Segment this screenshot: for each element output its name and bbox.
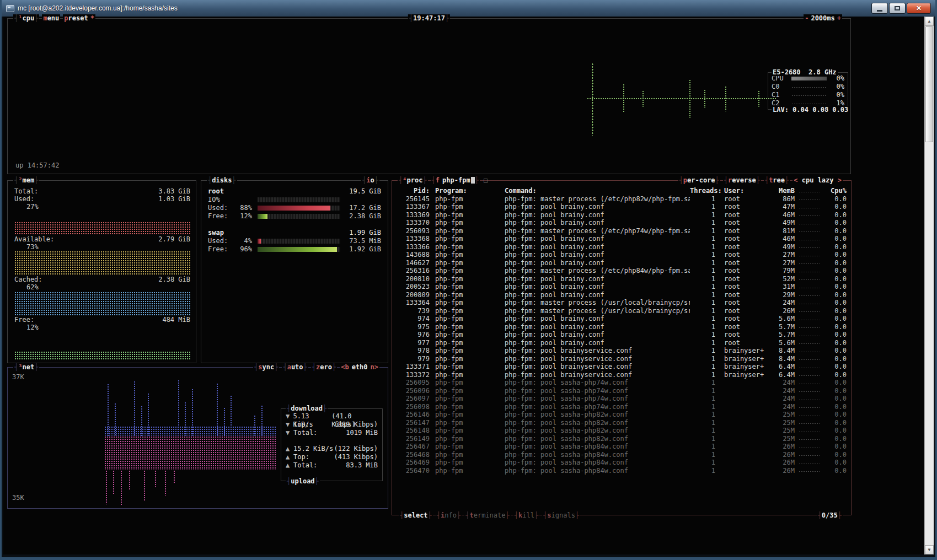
filter-input[interactable]: ┤fphp-fpm├ bbox=[431, 176, 480, 184]
process-row[interactable]: 256149 php-fpm php-fpm: pool sasha-php82… bbox=[397, 435, 848, 443]
process-memgraph bbox=[795, 267, 823, 275]
proc-option-button[interactable]: ┤tree├ bbox=[764, 176, 790, 184]
process-program: php-fpm bbox=[430, 451, 501, 459]
process-row[interactable]: 256316 php-fpm php-fpm: master process (… bbox=[397, 267, 848, 275]
disk-free-row: Free: 12% 2.38 GiB bbox=[208, 212, 381, 220]
proc-footer-button[interactable]: ┤select├ bbox=[399, 511, 433, 519]
process-row[interactable]: 143688 php-fpm php-fpm: pool brainy.conf… bbox=[397, 251, 848, 259]
titlebar[interactable]: mc [root@a202.itdeveloper.com.ua]:/home/… bbox=[2, 0, 935, 17]
process-row[interactable]: 133369 php-fpm php-fpm: pool brainy.conf… bbox=[397, 211, 848, 219]
process-memgraph bbox=[795, 331, 823, 339]
process-row[interactable]: 133367 php-fpm php-fpm: pool brainy.conf… bbox=[397, 203, 848, 211]
header-user[interactable]: User: bbox=[715, 187, 770, 195]
process-row[interactable]: 200523 php-fpm php-fpm: pool brainy.conf… bbox=[397, 283, 848, 291]
minimize-button[interactable] bbox=[871, 3, 888, 14]
process-row[interactable]: 256095 php-fpm php-fpm: pool sasha-php74… bbox=[397, 379, 848, 387]
process-pid: 256469 bbox=[397, 459, 430, 467]
process-table-header[interactable]: Pid: Program: Command: Threads: User: Me… bbox=[397, 187, 848, 195]
download-graph-spike bbox=[114, 403, 116, 436]
net-toggle-button[interactable]: ┤auto├ bbox=[282, 363, 308, 371]
process-row[interactable]: 133364 php-fpm php-fpm: master process (… bbox=[397, 299, 848, 307]
header-command[interactable]: Command: bbox=[501, 187, 690, 195]
process-row[interactable]: 256470 php-fpm php-fpm: pool sasha-php84… bbox=[397, 467, 848, 475]
io-toggle-button[interactable]: ┤io├ bbox=[361, 176, 379, 184]
memory-box-title[interactable]: ┤²mem├ bbox=[13, 176, 39, 184]
header-cpu[interactable]: Cpu% bbox=[823, 187, 848, 195]
process-row[interactable]: 977 php-fpm php-fpm: pool brainy.conf 1 … bbox=[397, 339, 848, 347]
header-pid[interactable]: Pid: bbox=[397, 187, 430, 195]
process-cpu: 0.0 bbox=[823, 211, 848, 219]
scroll-down-button[interactable]: ▼ bbox=[925, 545, 934, 554]
process-memgraph bbox=[795, 387, 823, 395]
process-user bbox=[715, 387, 770, 395]
process-row[interactable]: 976 php-fpm php-fpm: pool brainy.conf 1 … bbox=[397, 331, 848, 339]
process-row[interactable]: 256093 php-fpm php-fpm: master process (… bbox=[397, 227, 848, 235]
proc-option-button[interactable]: ┤per-core├ bbox=[678, 176, 720, 184]
net-toggle-button[interactable]: ┤sync├ bbox=[253, 363, 279, 371]
process-row[interactable]: 256467 php-fpm php-fpm: pool sasha-php84… bbox=[397, 443, 848, 451]
process-row[interactable]: 256146 php-fpm php-fpm: pool sasha-php82… bbox=[397, 411, 848, 419]
upload-arrow-icon: ▲ bbox=[286, 461, 293, 470]
proc-option-label: ree bbox=[773, 176, 785, 184]
process-row[interactable]: 256148 php-fpm php-fpm: pool sasha-php82… bbox=[397, 427, 848, 435]
header-threads[interactable]: Threads: bbox=[690, 187, 715, 195]
process-program: php-fpm bbox=[430, 459, 501, 467]
bracket: ├ bbox=[34, 14, 38, 22]
process-row[interactable]: 256097 php-fpm php-fpm: pool sasha-php74… bbox=[397, 395, 848, 403]
process-row[interactable]: 133371 php-fpm php-fpm: pool brainyservi… bbox=[397, 363, 848, 371]
interval-plus-button[interactable]: + bbox=[837, 14, 841, 22]
process-row[interactable]: 133366 php-fpm php-fpm: pool brainy.conf… bbox=[397, 243, 848, 251]
proc-footer-button[interactable]: ┤signals├ bbox=[542, 511, 580, 519]
close-button[interactable]: ✕ bbox=[907, 3, 931, 14]
filter-clear-icon[interactable]: □ bbox=[484, 176, 488, 184]
net-device-next-button[interactable]: n> bbox=[371, 363, 378, 371]
cpu-box-title[interactable]: ┤¹cpu├ bbox=[13, 14, 39, 22]
process-row[interactable]: 133370 php-fpm php-fpm: pool brainy.conf… bbox=[397, 219, 848, 227]
process-row[interactable]: 133372 php-fpm php-fpm: pool brainyservi… bbox=[397, 371, 848, 379]
header-memb[interactable]: MemB bbox=[770, 187, 795, 195]
process-row[interactable]: 256468 php-fpm php-fpm: pool sasha-php84… bbox=[397, 451, 848, 459]
process-row[interactable]: 200809 php-fpm php-fpm: pool brainy.conf… bbox=[397, 291, 848, 299]
network-box-title[interactable]: ┤³net├ bbox=[13, 363, 39, 371]
process-pid: 133372 bbox=[397, 371, 430, 379]
process-cpu: 0.0 bbox=[823, 243, 848, 251]
proc-footer-button[interactable]: ┤info├ bbox=[436, 511, 462, 519]
process-threads: 1 bbox=[690, 299, 715, 307]
sort-prev-button[interactable]: < bbox=[794, 176, 797, 184]
filter-text: php-fpm bbox=[442, 176, 470, 184]
process-row[interactable]: 979 php-fpm php-fpm: pool brainyservice.… bbox=[397, 355, 848, 363]
process-row[interactable]: 256145 php-fpm php-fpm: master process (… bbox=[397, 195, 848, 203]
sort-next-button[interactable]: > bbox=[838, 176, 842, 184]
net-toggle-button[interactable]: ┤zero├ bbox=[311, 363, 337, 371]
proc-footer-button[interactable]: ┤kill├ bbox=[513, 511, 539, 519]
disk-free-meter bbox=[258, 214, 340, 219]
process-row[interactable]: 974 php-fpm php-fpm: pool brainy.conf 1 … bbox=[397, 315, 848, 323]
process-row[interactable]: 146627 php-fpm php-fpm: pool brainy.conf… bbox=[397, 259, 848, 267]
interval-minus-button[interactable]: - bbox=[805, 14, 809, 22]
mem-title-label: mem bbox=[22, 176, 34, 184]
scroll-thumb[interactable] bbox=[925, 26, 933, 142]
scroll-up-button[interactable]: ▲ bbox=[925, 17, 934, 26]
menu-button[interactable]: menu bbox=[42, 14, 60, 22]
process-row[interactable]: 133368 php-fpm php-fpm: pool brainy.conf… bbox=[397, 235, 848, 243]
process-row[interactable]: 256147 php-fpm php-fpm: pool sasha-php82… bbox=[397, 419, 848, 427]
process-box-title[interactable]: ┤⁴proc├ bbox=[398, 176, 428, 184]
process-command: php-fpm: pool brainy.conf bbox=[501, 323, 690, 331]
process-row[interactable]: 256469 php-fpm php-fpm: pool sasha-php84… bbox=[397, 459, 848, 467]
header-program[interactable]: Program: bbox=[430, 187, 501, 195]
process-row[interactable]: 256096 php-fpm php-fpm: pool sasha-php74… bbox=[397, 387, 848, 395]
net-device-prev-button[interactable]: <b bbox=[341, 363, 349, 371]
bracket: ┤ bbox=[399, 176, 403, 184]
cpu-info-box: E5-2680 2.8 GHz CPU 0% C0 0% C1 bbox=[768, 72, 848, 110]
proc-option-button[interactable]: ┤reverse├ bbox=[723, 176, 761, 184]
disk-free-label: Free: bbox=[208, 212, 234, 220]
scrollbar[interactable]: ▲ ▼ bbox=[924, 17, 934, 554]
proc-footer-button[interactable]: ┤terminate├ bbox=[464, 511, 511, 519]
preset-button[interactable]: preset* bbox=[63, 14, 95, 22]
process-row[interactable]: 200810 php-fpm php-fpm: pool brainy.conf… bbox=[397, 275, 848, 283]
process-row[interactable]: 978 php-fpm php-fpm: pool brainyservice.… bbox=[397, 347, 848, 355]
process-row[interactable]: 739 php-fpm php-fpm: master process (/us… bbox=[397, 307, 848, 315]
maximize-button[interactable] bbox=[889, 3, 906, 14]
process-row[interactable]: 256098 php-fpm php-fpm: pool sasha-php74… bbox=[397, 403, 848, 411]
process-row[interactable]: 975 php-fpm php-fpm: pool brainy.conf 1 … bbox=[397, 323, 848, 331]
